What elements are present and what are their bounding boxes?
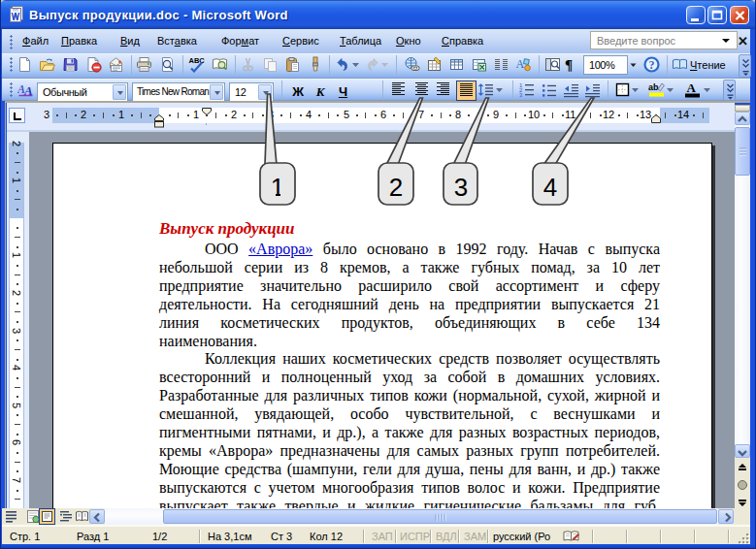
svg-text:А: А [687, 81, 697, 95]
svg-text:3: 3 [519, 92, 523, 98]
svg-text:¶: ¶ [565, 57, 573, 73]
svg-text:?: ? [649, 58, 655, 72]
svg-text:ABC: ABC [189, 56, 206, 65]
svg-text:A: A [516, 57, 525, 71]
svg-text:ab: ab [648, 82, 659, 92]
